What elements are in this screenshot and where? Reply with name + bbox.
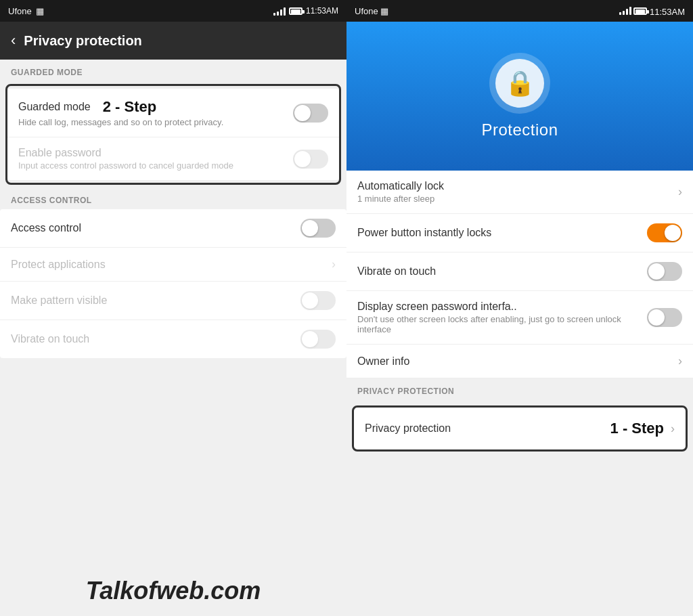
enable-password-label: Enable password: [18, 147, 233, 159]
protect-applications-label: Protect applications: [11, 259, 106, 271]
lock-icon: 🔒: [505, 69, 535, 97]
access-control-header: ACCESS CONTROL: [0, 188, 346, 209]
display-screen-label: Display screen password interfa..: [357, 301, 639, 313]
time-left: 11:53AM: [306, 6, 338, 16]
signal-icon-right: [619, 5, 631, 15]
wifi-icon-right: ▦: [380, 6, 388, 16]
carrier-name-right: Ufone: [355, 6, 378, 16]
owner-info-label: Owner info: [357, 355, 409, 368]
privacy-protection-row[interactable]: Privacy protection 1 - Step ›: [354, 408, 686, 449]
make-pattern-visible-row[interactable]: Make pattern visible: [0, 282, 346, 320]
vibrate-on-touch-left-toggle[interactable]: [300, 330, 336, 349]
lock-circle-outer: 🔒: [489, 53, 550, 114]
owner-info-chevron: ›: [678, 354, 682, 368]
enable-password-sub: Input access control password to cancel …: [18, 160, 233, 171]
privacy-chevron: ›: [671, 422, 675, 436]
display-screen-text: Display screen password interfa.. Don't …: [357, 301, 639, 334]
right-settings-area: Automatically lock 1 minute after sleep …: [346, 171, 693, 616]
guarded-mode-row[interactable]: Guarded mode 2 - Step Hide call log, mes…: [7, 89, 339, 137]
vibrate-on-touch-right-toggle[interactable]: [647, 262, 682, 281]
vibrate-on-touch-right-label: Vibrate on touch: [357, 265, 436, 278]
power-button-row[interactable]: Power button instantly locks: [346, 214, 693, 252]
carrier-right: Ufone ▦: [355, 6, 388, 16]
wifi-icon-left: ▦: [36, 6, 44, 16]
protection-title: Protection: [481, 120, 558, 139]
guarded-mode-label: Guarded mode: [18, 101, 91, 113]
protect-apps-chevron: ›: [332, 257, 336, 271]
make-pattern-toggle[interactable]: [300, 291, 336, 310]
left-content: GUARDED MODE Guarded mode 2 - Step Hide …: [0, 60, 346, 566]
guarded-mode-card: Guarded mode 2 - Step Hide call log, mes…: [5, 84, 341, 185]
vibrate-on-touch-right-row[interactable]: Vibrate on touch: [346, 252, 693, 291]
privacy-protection-card: Privacy protection 1 - Step ›: [352, 405, 688, 452]
watermark-text: Talkofweb.com: [11, 577, 336, 605]
access-control-card: Access control Protect applications › Ma…: [0, 209, 346, 358]
enable-password-row[interactable]: Enable password Input access control pas…: [7, 137, 339, 180]
protection-banner: 🔒 Protection: [346, 22, 693, 171]
enable-password-toggle[interactable]: [293, 150, 328, 169]
owner-info-row[interactable]: Owner info ›: [346, 345, 693, 378]
battery-icon-right: [633, 7, 647, 15]
vibrate-on-touch-left-label: Vibrate on touch: [11, 333, 89, 345]
battery-icon-left: [289, 7, 303, 15]
auto-lock-text: Automatically lock 1 minute after sleep: [357, 180, 444, 204]
right-icons-left: 11:53AM: [273, 6, 338, 16]
power-button-label: Power button instantly locks: [357, 227, 491, 239]
carrier-left: Ufone ▦: [8, 6, 44, 16]
right-panel: Ufone ▦ 11:53AM 🔒 Protection Automatical…: [346, 0, 693, 616]
privacy-protection-label: Privacy protection: [365, 422, 451, 435]
step2-label: 2 - Step: [103, 98, 156, 116]
auto-lock-chevron: ›: [678, 185, 682, 199]
signal-icon-left: [273, 6, 286, 16]
access-control-label: Access control: [11, 222, 81, 234]
watermark: Talkofweb.com: [0, 566, 346, 616]
lock-circle-inner: 🔒: [495, 59, 544, 108]
time-right: 11:53AM: [650, 7, 685, 17]
automatically-lock-row[interactable]: Automatically lock 1 minute after sleep …: [346, 171, 693, 214]
page-title-left: Privacy protection: [24, 33, 142, 49]
privacy-right-group: 1 - Step ›: [610, 420, 675, 437]
guarded-mode-toggle[interactable]: [293, 104, 328, 123]
right-icons-right: 11:53AM: [619, 5, 685, 17]
access-control-toggle[interactable]: [300, 219, 336, 238]
privacy-section-header: PRIVACY PROTECTION: [346, 378, 693, 400]
left-panel: Ufone ▦ 11:53AM ‹ Privacy protection GUA…: [0, 0, 346, 616]
display-screen-password-row[interactable]: Display screen password interfa.. Don't …: [346, 291, 693, 345]
guarded-mode-sub: Hide call log, messages and so on to pro…: [18, 117, 223, 127]
vibrate-on-touch-left-row[interactable]: Vibrate on touch: [0, 320, 346, 358]
status-bar-right: Ufone ▦ 11:53AM: [346, 0, 693, 22]
make-pattern-label: Make pattern visible: [11, 294, 107, 307]
status-bar-left: Ufone ▦ 11:53AM: [0, 0, 346, 22]
enable-password-text: Enable password Input access control pas…: [18, 147, 233, 171]
auto-lock-label: Automatically lock: [357, 180, 444, 192]
protect-applications-row[interactable]: Protect applications ›: [0, 248, 346, 282]
access-control-row[interactable]: Access control: [0, 209, 346, 248]
top-nav: ‹ Privacy protection: [0, 22, 346, 60]
guarded-mode-header: GUARDED MODE: [0, 60, 346, 81]
power-button-toggle[interactable]: [647, 223, 682, 242]
carrier-name-left: Ufone: [8, 6, 32, 16]
guarded-mode-text: Guarded mode 2 - Step Hide call log, mes…: [18, 98, 223, 127]
display-screen-sub: Don't use other screen locks after enabl…: [357, 314, 639, 334]
display-screen-toggle[interactable]: [647, 308, 682, 327]
back-button[interactable]: ‹: [11, 32, 16, 49]
step1-label: 1 - Step: [610, 420, 664, 437]
auto-lock-sub: 1 minute after sleep: [357, 194, 444, 204]
